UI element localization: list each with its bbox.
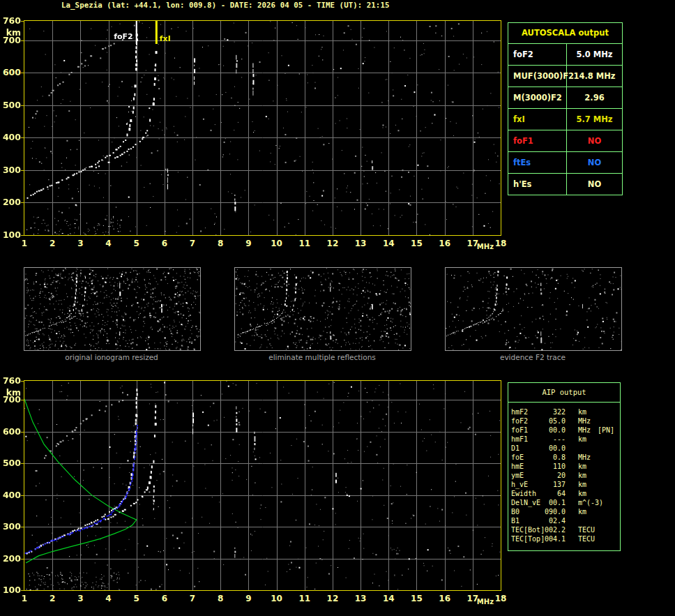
bottom-ionogram-plot <box>24 380 501 591</box>
aip-row-value: 110 <box>545 462 566 471</box>
y-axis-unit-label: km <box>0 28 21 38</box>
aip-row-unit: km <box>578 407 586 416</box>
x-tick-label: 11 <box>297 239 312 248</box>
x-tick-label: 13 <box>353 239 368 248</box>
aip-row-unit: MHz <box>578 453 591 462</box>
autoscala-row-label: h'Es <box>508 174 567 195</box>
y-tick-mark <box>21 381 24 382</box>
autoscala-row: M(3000)F22.96 <box>508 87 622 108</box>
x-tick-label: 15 <box>409 239 424 248</box>
autoscala-row: h'EsNO <box>508 173 622 195</box>
x-tick-label: 13 <box>353 594 368 603</box>
x-tick-label: 7 <box>185 239 200 248</box>
top-ionogram-plot: foF2 fxI <box>24 20 501 236</box>
aip-row: D100.0 <box>508 444 620 453</box>
y-tick-label: 600 <box>0 68 21 77</box>
fxi-marker-label: fxI <box>160 35 171 43</box>
aip-row-value: 137 <box>545 480 566 489</box>
autoscala-row-label: fxI <box>508 109 567 130</box>
aip-row-unit: km <box>578 471 586 480</box>
autoscala-table-rows: foF25.0 MHzMUF(3000)F214.8 MHzM(3000)F22… <box>508 43 622 195</box>
autoscala-row: MUF(3000)F214.8 MHz <box>508 65 622 87</box>
x-tick-label: 12 <box>325 594 340 603</box>
panel-evidence-f2-trace <box>445 267 622 351</box>
y-tick-label: 400 <box>0 490 21 500</box>
aip-row-label: Ewidth <box>511 489 545 498</box>
aip-table-header: AIP output <box>508 383 620 403</box>
autoscala-row-value: 5.7 MHz <box>567 109 622 130</box>
autoscala-row-label: ftEs <box>508 152 567 173</box>
aip-row-label: TEC[Top] <box>511 534 545 543</box>
aip-row: DelN_vE00.1m^(-3) <box>508 498 620 507</box>
aip-row-label: D1 <box>511 444 545 453</box>
aip-row-label: foE <box>511 453 545 462</box>
aip-row-value: 090.0 <box>545 507 566 516</box>
x-tick-label: 3 <box>73 239 88 248</box>
y-tick-label: 200 <box>0 554 21 564</box>
aip-row-label: ymE <box>511 471 545 480</box>
aip-row-value: 322 <box>545 407 566 416</box>
x-axis-unit-label: MHz <box>477 598 494 606</box>
aip-row-label: DelN_vE <box>511 498 545 507</box>
x-tick-label: 4 <box>101 239 116 248</box>
aip-row-label: h_vE <box>511 480 545 489</box>
y-tick-mark <box>21 40 24 41</box>
caption-evidence-f2-trace: evidence F2 trace <box>445 353 621 361</box>
caption-original-ionogram: original ionogram resized <box>24 353 199 361</box>
original-ionogram-canvas <box>24 268 200 350</box>
y-axis-unit-label: km <box>0 388 21 398</box>
y-tick-mark <box>21 105 24 106</box>
panel-original-ionogram <box>24 267 201 351</box>
y-tick-label: 100 <box>0 230 21 240</box>
autoscala-row: ftEsNO <box>508 151 622 173</box>
aip-row-suffix: [PN] <box>598 426 614 435</box>
y-tick-mark <box>21 137 24 138</box>
x-tick-label: 1 <box>17 594 32 603</box>
aip-row-label: TEC[Bot] <box>511 525 545 534</box>
autoscala-output-table: AUTOSCALA output foF25.0 MHzMUF(3000)F21… <box>508 22 623 195</box>
x-tick-label: 16 <box>437 594 453 603</box>
x-tick-label: 2 <box>45 239 60 248</box>
aip-row-unit: km <box>578 435 586 444</box>
x-tick-label: 15 <box>409 594 424 603</box>
y-tick-mark <box>21 21 24 22</box>
x-tick-label: 3 <box>73 594 88 603</box>
aip-row-value: 004.1 <box>545 534 566 543</box>
autoscala-row-label: M(3000)F2 <box>508 87 567 108</box>
aip-row-value: 02.4 <box>545 516 566 525</box>
aip-row-label: foF1 <box>511 426 545 435</box>
aip-row-unit: km <box>578 489 586 498</box>
autoscala-row: foF1NO <box>508 130 622 151</box>
eliminate-multiples-canvas <box>235 268 411 350</box>
y-tick-mark <box>21 463 24 464</box>
x-tick-label: 2 <box>45 594 60 603</box>
x-tick-label: 1 <box>17 239 32 248</box>
aip-row-value: 0.8 <box>545 453 566 462</box>
autoscala-row-value: 14.8 MHz <box>567 66 622 87</box>
autoscala-row-value: 2.96 <box>567 87 622 108</box>
aip-row-unit: km <box>578 480 586 489</box>
x-tick-label: 11 <box>297 594 312 603</box>
top-ionogram-canvas <box>24 21 501 235</box>
y-tick-label: 100 <box>0 585 21 595</box>
autoscala-table-header: AUTOSCALA output <box>508 23 622 43</box>
aip-table-rows: hmF2322kmfoF205.0MHzfoF100.0MHz[PN]hmF1-… <box>508 403 620 543</box>
aip-row: hmF1---km <box>508 435 620 444</box>
aip-row-label: B0 <box>511 507 545 516</box>
y-tick-mark <box>21 527 24 527</box>
aip-row: hmF2322km <box>508 407 620 416</box>
x-tick-label: 14 <box>381 239 396 248</box>
x-tick-label: 4 <box>101 594 116 603</box>
autoscala-row-value: NO <box>567 174 622 195</box>
aip-row: Ewidth64km <box>508 489 620 498</box>
x-tick-label: 6 <box>157 239 172 248</box>
aip-row-value: 64 <box>545 489 566 498</box>
aip-row-unit: MHz <box>578 416 591 426</box>
bottom-ionogram-canvas <box>24 381 501 590</box>
y-tick-label: 600 <box>0 427 21 437</box>
x-tick-label: 18 <box>493 594 508 603</box>
aip-row: foE0.8MHz <box>508 453 620 462</box>
y-tick-mark <box>21 495 24 496</box>
aip-row-label: hmE <box>511 462 545 471</box>
aip-row-unit: m^(-3) <box>578 498 603 507</box>
